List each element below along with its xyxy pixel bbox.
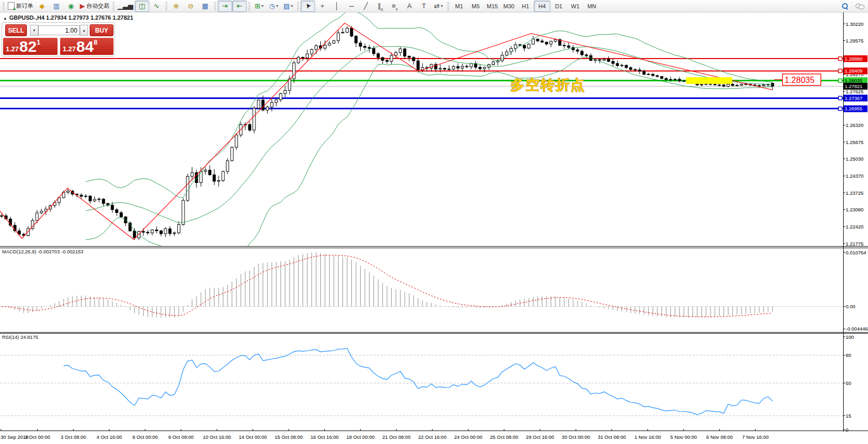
rsi-title: RSI(14) bbox=[2, 334, 19, 340]
buy-button[interactable]: BUY bbox=[90, 24, 113, 36]
chat-icon bbox=[856, 3, 864, 9]
price-callout-text: 1.28035 bbox=[785, 76, 815, 84]
price-tick-1.23080: 1.23080 bbox=[846, 207, 863, 212]
new-order-button[interactable]: 新订单 bbox=[6, 1, 35, 12]
toolbar-grip bbox=[447, 2, 449, 10]
toolbar-grip bbox=[112, 2, 115, 10]
timeframe-m15-button[interactable]: M15 bbox=[484, 1, 501, 12]
line-chart-button[interactable]: ∿ bbox=[149, 1, 164, 12]
text-tool-button[interactable]: A bbox=[402, 1, 417, 12]
trendline-tool-button[interactable]: ╱ bbox=[359, 1, 373, 12]
line-handle[interactable] bbox=[838, 57, 842, 61]
buy-price-button[interactable]: 1.27 84 8 bbox=[60, 38, 113, 55]
rsi-tick-100: 100 bbox=[846, 334, 854, 340]
volume-increase-button[interactable]: ▲ bbox=[80, 25, 88, 36]
time-label: 3 Oct 08:00 bbox=[61, 434, 86, 440]
vline-tool-button[interactable]: │ bbox=[330, 1, 344, 12]
templates-menu-button[interactable]: ▨▾ bbox=[281, 1, 295, 12]
line-handle[interactable] bbox=[838, 107, 842, 110]
mt4-window: 新订单◆▥◉▶自动交易▁▃▅◫∿⊕⊖▦⇥⇤⊞▾◷▾▨▾➤+│─╱∥E≡FAT⇄▾… bbox=[0, 0, 868, 444]
time-label: 18 Oct 00:00 bbox=[346, 434, 374, 440]
price-tick-1.26320: 1.26320 bbox=[846, 122, 863, 128]
fibonacci-tool-button[interactable]: ≡F bbox=[388, 1, 402, 12]
templates-menu-icon: ▨ bbox=[283, 3, 290, 9]
signals-button[interactable]: ◉ bbox=[64, 1, 78, 12]
price-tick-1.23725: 1.23725 bbox=[846, 190, 863, 196]
timeframe-m5-button[interactable]: M5 bbox=[467, 1, 484, 12]
macd-title: MACD(12,26,9) bbox=[2, 249, 36, 254]
indicators-menu-button[interactable]: ⊞▾ bbox=[252, 1, 266, 12]
trendline-tool-icon: ╱ bbox=[364, 3, 368, 9]
arrows-tool-button[interactable]: ⇄▾ bbox=[431, 1, 446, 12]
yellow-highlight[interactable] bbox=[686, 77, 732, 84]
time-label: 1 Nov 16:00 bbox=[634, 434, 661, 440]
sell-button[interactable]: SELL bbox=[5, 24, 27, 36]
time-label: 6 Nov 08:00 bbox=[706, 434, 733, 440]
timeframe-h4-button[interactable]: H4 bbox=[534, 1, 550, 12]
crosshair-tool-button[interactable]: + bbox=[315, 1, 330, 12]
time-label: 30 Oct 00:00 bbox=[562, 434, 590, 440]
rsi-panel[interactable]: 1008050150 bbox=[0, 333, 868, 432]
timeframe-m1-button[interactable]: M1 bbox=[451, 1, 467, 12]
candlestick-chart-button[interactable]: ◫ bbox=[135, 1, 149, 12]
search-icon bbox=[842, 3, 848, 9]
rsi-tick-50: 50 bbox=[846, 380, 851, 386]
one-click-trading-panel: SELL ▼ ▲ BUY 1.27 82 1 1.27 84 8 bbox=[2, 22, 115, 56]
macd-label: MACD(12,26,9) -0.002703 -0.002153 bbox=[2, 249, 83, 254]
channel-tool-button[interactable]: ∥E bbox=[373, 1, 388, 12]
fibonacci-tool-sub-letter: F bbox=[396, 8, 398, 11]
macd-signal-value: -0.002153 bbox=[61, 249, 83, 254]
time-label: 25 Oct 08:00 bbox=[490, 434, 518, 440]
rsi-value: 24.8175 bbox=[20, 334, 38, 340]
collapse-panel-icon[interactable]: ▲ bbox=[3, 16, 7, 21]
sell-price-pip: 1 bbox=[37, 38, 40, 46]
svg-text:1.27367: 1.27367 bbox=[845, 95, 862, 101]
time-label: 22 Oct 16:00 bbox=[418, 434, 446, 440]
chart-shift-button[interactable]: ⇤ bbox=[232, 1, 247, 12]
timeframe-mn-button[interactable]: MN bbox=[584, 1, 600, 12]
toolbar-grip bbox=[165, 2, 167, 10]
timeframe-d1-button[interactable]: D1 bbox=[550, 1, 567, 12]
zoom-in-button[interactable]: ⊕ bbox=[169, 1, 183, 12]
text-label-tool-button[interactable]: T bbox=[417, 1, 431, 12]
toolbar-grip bbox=[3, 2, 5, 10]
auto-scroll-button[interactable]: ⇥ bbox=[218, 1, 232, 12]
search-button[interactable] bbox=[838, 1, 852, 12]
main-chart[interactable]: 多空转折点1.280351.302201.295751.263201.25675… bbox=[0, 12, 868, 248]
cursor-tool-icon: ➤ bbox=[304, 2, 312, 10]
timeframe-w1-button[interactable]: W1 bbox=[567, 1, 584, 12]
market-watch-button[interactable]: ◆ bbox=[35, 1, 49, 12]
chevron-down-icon: ▾ bbox=[291, 4, 293, 8]
toolbar-grip bbox=[297, 2, 299, 10]
text-label-tool-icon: T bbox=[422, 3, 426, 9]
macd-panel[interactable]: 0.0107640.00-0.004446 bbox=[0, 248, 868, 333]
zoom-out-button[interactable]: ⊖ bbox=[183, 1, 198, 12]
periods-menu-icon: ◷ bbox=[269, 3, 275, 9]
macd-tick-0.010764: 0.010764 bbox=[846, 250, 866, 255]
zoom-in-icon: ⊕ bbox=[174, 3, 179, 9]
arrows-tool-icon: ⇄ bbox=[434, 3, 440, 9]
navigator-button[interactable]: ▥ bbox=[49, 1, 64, 12]
cursor-tool-button[interactable]: ➤ bbox=[301, 1, 315, 12]
bar-chart-button[interactable]: ▁▃▅ bbox=[116, 1, 135, 12]
timeframe-m30-button[interactable]: M30 bbox=[501, 1, 517, 12]
time-label: 5 Nov 00:00 bbox=[671, 434, 697, 440]
time-label: 14 Oct 00:00 bbox=[239, 434, 267, 440]
timeframe-h1-button[interactable]: H1 bbox=[517, 1, 534, 12]
line-handle[interactable] bbox=[838, 96, 842, 100]
periods-menu-button[interactable]: ◷▾ bbox=[266, 1, 281, 12]
tile-windows-button[interactable]: ▦ bbox=[198, 1, 212, 12]
turning-point-annotation[interactable]: 多空转折点 bbox=[510, 77, 586, 93]
autotrading-button[interactable]: ▶自动交易 bbox=[78, 1, 111, 12]
time-axis[interactable]: 30 Sep 20192 Oct 00:003 Oct 08:004 Oct 1… bbox=[0, 432, 868, 444]
svg-text:1.28880: 1.28880 bbox=[845, 56, 862, 62]
svg-text:1.27821: 1.27821 bbox=[845, 83, 862, 89]
volume-decrease-button[interactable]: ▼ bbox=[30, 25, 38, 36]
sell-price-button[interactable]: 1.27 82 1 bbox=[3, 38, 58, 55]
volume-input[interactable] bbox=[38, 25, 80, 35]
hline-tool-button[interactable]: ─ bbox=[344, 1, 359, 12]
time-label: 10 Oct 16:00 bbox=[203, 434, 231, 440]
line-handle[interactable] bbox=[838, 69, 842, 73]
community-button[interactable] bbox=[852, 1, 867, 12]
line-handle[interactable] bbox=[838, 79, 842, 82]
